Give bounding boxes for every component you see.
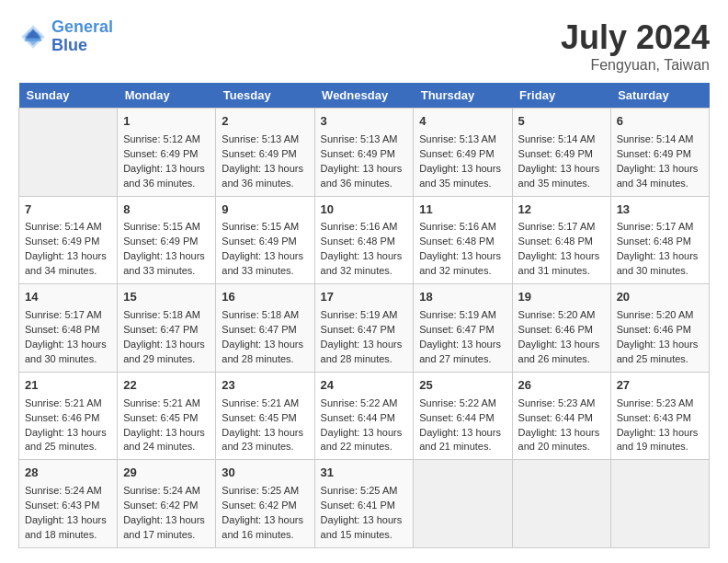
day-info-line: Sunset: 6:44 PM bbox=[321, 411, 408, 426]
day-number: 21 bbox=[25, 377, 111, 395]
day-number: 22 bbox=[123, 377, 210, 395]
day-info-line: Sunrise: 5:25 AM bbox=[222, 484, 308, 499]
day-cell: 18Sunrise: 5:19 AMSunset: 6:47 PMDayligh… bbox=[414, 284, 512, 373]
day-info-line: Sunset: 6:49 PM bbox=[518, 147, 605, 162]
weekday-header-row: SundayMondayTuesdayWednesdayThursdayFrid… bbox=[19, 83, 710, 109]
day-info-line: and 33 minutes. bbox=[222, 264, 308, 279]
day-info-line: and 33 minutes. bbox=[123, 264, 210, 279]
day-cell: 11Sunrise: 5:16 AMSunset: 6:48 PMDayligh… bbox=[414, 196, 512, 284]
day-info-line: Sunrise: 5:22 AM bbox=[321, 396, 408, 411]
day-info-line: Daylight: 13 hours bbox=[25, 338, 111, 352]
day-number: 16 bbox=[222, 289, 308, 306]
day-info-line: Sunrise: 5:21 AM bbox=[222, 396, 308, 411]
day-number: 12 bbox=[518, 201, 605, 219]
day-cell: 19Sunrise: 5:20 AMSunset: 6:46 PMDayligh… bbox=[512, 284, 610, 373]
day-info-line: Sunrise: 5:14 AM bbox=[617, 132, 703, 147]
day-info-line: Sunrise: 5:21 AM bbox=[25, 396, 111, 411]
day-info-line: Daylight: 13 hours bbox=[518, 249, 605, 264]
day-info-line: Sunrise: 5:15 AM bbox=[123, 220, 210, 235]
day-number: 20 bbox=[617, 289, 703, 306]
day-number: 2 bbox=[222, 113, 308, 131]
day-number: 24 bbox=[321, 377, 408, 395]
month-title: July 2024 bbox=[561, 18, 710, 57]
day-number: 11 bbox=[419, 201, 506, 219]
day-info-line: and 25 minutes. bbox=[25, 440, 111, 454]
day-info-line: Sunrise: 5:13 AM bbox=[222, 132, 308, 147]
day-info-line: and 32 minutes. bbox=[419, 264, 506, 279]
day-info-line: and 16 minutes. bbox=[222, 528, 308, 543]
day-cell: 28Sunrise: 5:24 AMSunset: 6:43 PMDayligh… bbox=[19, 460, 118, 548]
day-info-line: Sunset: 6:43 PM bbox=[25, 499, 111, 513]
day-info-line: Daylight: 13 hours bbox=[617, 162, 703, 177]
day-cell: 5Sunrise: 5:14 AMSunset: 6:49 PMDaylight… bbox=[512, 109, 610, 197]
day-info-line: and 26 minutes. bbox=[518, 352, 605, 367]
day-info-line: Daylight: 13 hours bbox=[25, 249, 111, 264]
day-info-line: and 20 minutes. bbox=[518, 440, 605, 454]
week-row-5: 28Sunrise: 5:24 AMSunset: 6:43 PMDayligh… bbox=[19, 460, 710, 548]
day-info-line: Daylight: 13 hours bbox=[321, 426, 408, 441]
day-info-line: Sunset: 6:42 PM bbox=[123, 499, 210, 513]
week-row-4: 21Sunrise: 5:21 AMSunset: 6:46 PMDayligh… bbox=[19, 372, 710, 460]
week-row-3: 14Sunrise: 5:17 AMSunset: 6:48 PMDayligh… bbox=[19, 284, 710, 373]
weekday-header-wednesday: Wednesday bbox=[314, 83, 414, 109]
day-info-line: and 24 minutes. bbox=[123, 440, 210, 454]
day-info-line: Daylight: 13 hours bbox=[123, 249, 210, 264]
day-number: 7 bbox=[25, 201, 111, 219]
day-number: 18 bbox=[419, 289, 506, 306]
day-info-line: Sunrise: 5:14 AM bbox=[518, 132, 605, 147]
day-info-line: Daylight: 13 hours bbox=[617, 338, 703, 352]
day-cell: 29Sunrise: 5:24 AMSunset: 6:42 PMDayligh… bbox=[118, 460, 216, 548]
day-number: 27 bbox=[617, 377, 703, 395]
day-info-line: Sunrise: 5:20 AM bbox=[518, 308, 605, 323]
day-cell: 6Sunrise: 5:14 AMSunset: 6:49 PMDaylight… bbox=[610, 109, 709, 197]
day-number: 28 bbox=[25, 465, 111, 482]
day-info-line: Sunrise: 5:17 AM bbox=[617, 220, 703, 235]
day-cell: 1Sunrise: 5:12 AMSunset: 6:49 PMDaylight… bbox=[118, 109, 216, 197]
day-info-line: and 15 minutes. bbox=[321, 528, 408, 543]
day-info-line: Sunrise: 5:18 AM bbox=[123, 308, 210, 323]
day-cell: 24Sunrise: 5:22 AMSunset: 6:44 PMDayligh… bbox=[314, 372, 414, 460]
day-info-line: Sunrise: 5:16 AM bbox=[419, 220, 506, 235]
day-info-line: Daylight: 13 hours bbox=[123, 162, 210, 177]
day-info-line: Sunset: 6:49 PM bbox=[25, 235, 111, 249]
day-info-line: Sunrise: 5:17 AM bbox=[518, 220, 605, 235]
day-number: 13 bbox=[617, 201, 703, 219]
day-info-line: and 23 minutes. bbox=[222, 440, 308, 454]
day-number: 9 bbox=[222, 201, 308, 219]
day-cell: 16Sunrise: 5:18 AMSunset: 6:47 PMDayligh… bbox=[216, 284, 314, 373]
day-info-line: Sunset: 6:49 PM bbox=[123, 147, 210, 162]
day-info-line: Daylight: 13 hours bbox=[321, 249, 408, 264]
day-cell: 10Sunrise: 5:16 AMSunset: 6:48 PMDayligh… bbox=[314, 196, 414, 284]
day-info-line: and 30 minutes. bbox=[25, 352, 111, 367]
day-info-line: Sunrise: 5:22 AM bbox=[419, 396, 506, 411]
day-cell: 13Sunrise: 5:17 AMSunset: 6:48 PMDayligh… bbox=[610, 196, 709, 284]
day-info-line: and 36 minutes. bbox=[222, 177, 308, 191]
day-info-line: and 36 minutes. bbox=[321, 177, 408, 191]
location-subtitle: Fengyuan, Taiwan bbox=[561, 57, 710, 74]
weekday-header-tuesday: Tuesday bbox=[216, 83, 314, 109]
day-info-line: Sunrise: 5:25 AM bbox=[321, 484, 408, 499]
day-info-line: and 35 minutes. bbox=[518, 177, 605, 191]
weekday-header-saturday: Saturday bbox=[610, 83, 709, 109]
day-info-line: Sunset: 6:49 PM bbox=[617, 147, 703, 162]
day-info-line: Daylight: 13 hours bbox=[617, 426, 703, 441]
day-info-line: Daylight: 13 hours bbox=[123, 426, 210, 441]
day-number: 31 bbox=[321, 465, 408, 482]
calendar-table: SundayMondayTuesdayWednesdayThursdayFrid… bbox=[18, 83, 710, 548]
day-info-line: Daylight: 13 hours bbox=[222, 426, 308, 441]
day-info-line: and 30 minutes. bbox=[617, 264, 703, 279]
day-info-line: Daylight: 13 hours bbox=[222, 249, 308, 264]
day-number: 26 bbox=[518, 377, 605, 395]
day-cell: 30Sunrise: 5:25 AMSunset: 6:42 PMDayligh… bbox=[216, 460, 314, 548]
day-info-line: and 18 minutes. bbox=[25, 528, 111, 543]
day-info-line: and 36 minutes. bbox=[123, 177, 210, 191]
day-info-line: Daylight: 13 hours bbox=[518, 162, 605, 177]
day-info-line: and 29 minutes. bbox=[123, 352, 210, 367]
day-cell: 8Sunrise: 5:15 AMSunset: 6:49 PMDaylight… bbox=[118, 196, 216, 284]
day-info-line: Sunrise: 5:16 AM bbox=[321, 220, 408, 235]
day-info-line: Sunset: 6:47 PM bbox=[222, 323, 308, 338]
day-info-line: Sunrise: 5:19 AM bbox=[419, 308, 506, 323]
day-cell: 31Sunrise: 5:25 AMSunset: 6:41 PMDayligh… bbox=[314, 460, 414, 548]
day-number: 6 bbox=[617, 113, 703, 131]
day-info-line: Sunset: 6:41 PM bbox=[321, 499, 408, 513]
